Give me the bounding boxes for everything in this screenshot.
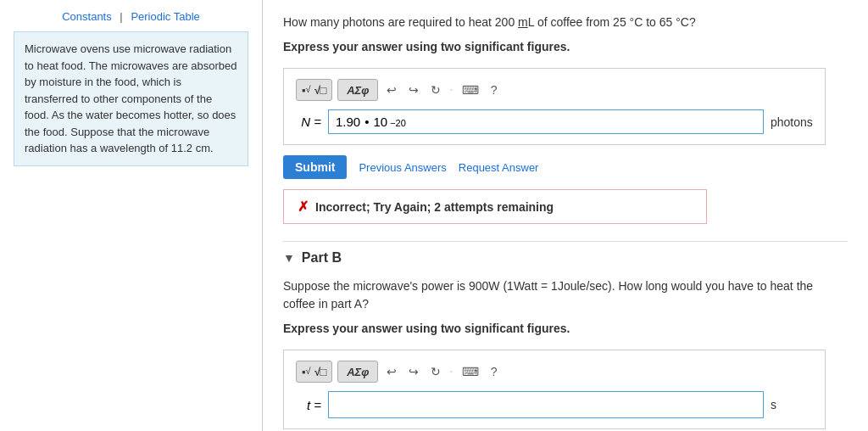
previous-answers-button[interactable]: Previous Answers — [359, 161, 446, 174]
answer-box-part-a: ▪√ √□ ΑΣφ ↩ ↪ ↻ · ⌨ ? N = 1.90 • 10 −20 … — [283, 68, 826, 145]
refresh-icon-b[interactable]: ↻ — [427, 363, 444, 380]
submit-button[interactable]: Submit — [283, 155, 347, 179]
toolbar-part-b: ▪√ √□ ΑΣφ ↩ ↪ ↻ · ⌨ ? — [296, 361, 813, 383]
chevron-icon-b[interactable]: ▼ — [283, 251, 295, 265]
part-b-question: Suppose the microwave's power is 900W (1… — [283, 277, 848, 313]
unit-label-b: s — [771, 398, 813, 411]
coefficient-a: 1.90 — [336, 115, 360, 129]
toolbar-sep-b: · — [449, 364, 453, 379]
redo-icon-b[interactable]: ↪ — [405, 363, 422, 380]
part-b-header: ▼ Part B — [283, 241, 848, 266]
redo-icon-a[interactable]: ↪ — [405, 81, 422, 98]
help-icon-a[interactable]: ? — [487, 81, 501, 98]
part-b-label: Part B — [302, 250, 342, 266]
keyboard-icon-a[interactable]: ⌨ — [459, 81, 482, 98]
bullet-a: • — [364, 115, 369, 129]
symbol-button-b[interactable]: ΑΣφ — [337, 361, 378, 383]
undo-icon-a[interactable]: ↩ — [383, 81, 400, 98]
error-text: Incorrect; Try Again; 2 attempts remaini… — [315, 200, 554, 214]
math-button-a[interactable]: ▪√ √□ — [296, 79, 332, 101]
toolbar-sep-a: · — [449, 82, 453, 98]
input-row-b: t = s — [296, 391, 813, 418]
keyboard-icon-b[interactable]: ⌨ — [459, 363, 482, 380]
constants-link[interactable]: Constants — [62, 10, 112, 23]
input-row-a: N = 1.90 • 10 −20 photons — [296, 109, 813, 134]
math-button-b[interactable]: ▪√ √□ — [296, 361, 332, 383]
answer-display-a[interactable]: 1.90 • 10 −20 — [328, 109, 764, 134]
question-instruction: Express your answer using two significan… — [283, 38, 848, 56]
request-answer-button[interactable]: Request Answer — [459, 161, 539, 174]
refresh-icon-a[interactable]: ↻ — [427, 81, 444, 98]
part-b-instruction: Express your answer using two significan… — [283, 320, 848, 338]
unit-label-a: photons — [771, 115, 813, 129]
answer-input-b[interactable] — [328, 391, 764, 418]
variable-label-a: N = — [296, 115, 321, 129]
math-icon-a: ▪√ — [302, 84, 311, 97]
help-icon-b[interactable]: ? — [487, 363, 501, 380]
undo-icon-b[interactable]: ↩ — [383, 363, 400, 380]
variable-label-b: t = — [296, 398, 321, 412]
error-message-box: ✗ Incorrect; Try Again; 2 attempts remai… — [283, 189, 707, 224]
error-icon: ✗ — [298, 199, 309, 215]
toolbar-part-a: ▪√ √□ ΑΣφ ↩ ↪ ↻ · ⌨ ? — [296, 79, 813, 101]
periodic-table-link[interactable]: Periodic Table — [131, 10, 199, 23]
answer-box-part-b: ▪√ √□ ΑΣφ ↩ ↪ ↻ · ⌨ ? t = s — [283, 350, 826, 429]
exponent-a: −20 — [390, 118, 406, 128]
sidebar-links: Constants | Periodic Table — [14, 10, 248, 23]
main-content: How many photons are required to heat 20… — [263, 0, 868, 431]
divider: | — [120, 10, 122, 23]
math-icon-b: ▪√ — [302, 366, 311, 378]
part-b-section: ▼ Part B Suppose the microwave's power i… — [283, 241, 848, 429]
question-line1: How many photons are required to heat 20… — [283, 14, 848, 31]
sidebar: Constants | Periodic Table Microwave ove… — [0, 0, 263, 431]
base-a: 10 — [373, 115, 387, 129]
symbol-button-a[interactable]: ΑΣφ — [337, 79, 378, 101]
action-row-a: Submit Previous Answers Request Answer — [283, 155, 848, 179]
sidebar-description: Microwave ovens use microwave radiation … — [14, 31, 248, 166]
